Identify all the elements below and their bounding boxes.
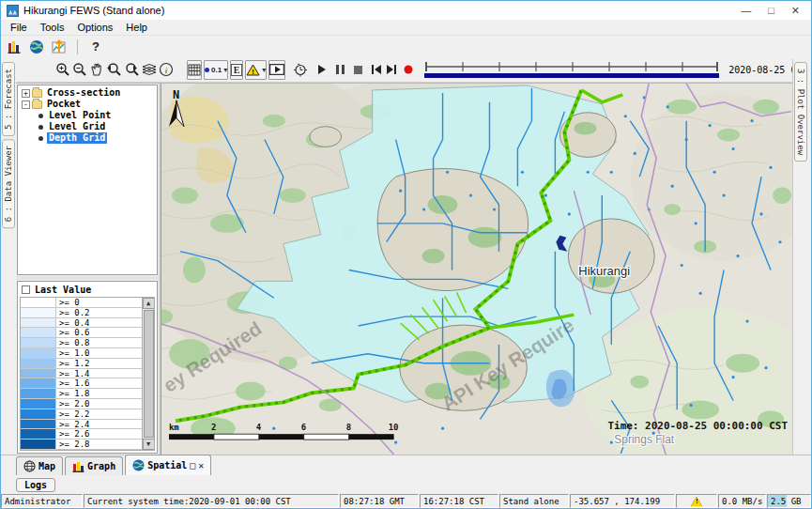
tree-item-level-point[interactable]: Level Point xyxy=(18,110,157,121)
tree-item-level-grid[interactable]: Level Grid xyxy=(18,121,157,132)
map-view[interactable]: ey Required API Key Require Hikurangi Sp… xyxy=(161,84,792,455)
right-tab-strip: 3 : Plot Overview xyxy=(792,59,811,455)
help-button[interactable]: ? xyxy=(86,39,105,55)
pause-button[interactable] xyxy=(336,60,345,80)
chevron-down-icon: ▾ xyxy=(262,66,266,74)
legend-scrollbar[interactable]: ▲ ▼ xyxy=(142,298,154,450)
svg-text:i: i xyxy=(165,66,168,75)
status-gmt-time: 08:27:18 GMT xyxy=(340,494,419,508)
zoom-out-icon[interactable] xyxy=(72,60,87,80)
last-value-label: Last Value xyxy=(35,285,91,295)
legend-swatch xyxy=(21,369,56,378)
status-bar: Administrator Current system time:2020-0… xyxy=(1,494,811,508)
tab-graph[interactable]: Graph xyxy=(65,456,123,475)
tree-item-cross-section[interactable]: + Cross-section xyxy=(18,87,157,99)
status-coordinates: -35.657 , 174.199 xyxy=(570,494,675,508)
menu-tools[interactable]: Tools xyxy=(35,21,70,34)
panel-splitter[interactable] xyxy=(16,276,159,280)
bullet-icon xyxy=(38,125,43,130)
legend-swatch xyxy=(21,429,56,439)
timer-settings-icon[interactable] xyxy=(293,60,308,80)
legend-swatch xyxy=(21,318,56,328)
app-window: Hikurangi FEWS (Stand alone) — □ ✕ File … xyxy=(0,0,812,509)
map-time-label: Time: 2020-08-25 00:00:00 CST xyxy=(607,420,788,432)
tree-item-depth-grid[interactable]: Depth Grid xyxy=(18,132,157,144)
status-warning[interactable] xyxy=(676,494,717,508)
animation-movie-button[interactable] xyxy=(268,60,285,80)
timeseries-chart-icon[interactable] xyxy=(50,39,69,55)
app-icon xyxy=(7,5,19,17)
time-slider[interactable] xyxy=(422,59,721,80)
record-button[interactable] xyxy=(404,60,413,80)
stop-button[interactable] xyxy=(354,60,362,80)
zoom-in-icon[interactable] xyxy=(55,60,70,80)
step-back-button[interactable] xyxy=(372,60,381,80)
layers-icon[interactable] xyxy=(142,60,157,80)
map-globe-icon[interactable] xyxy=(27,39,46,55)
chevron-down-icon: ▾ xyxy=(223,66,227,74)
step-forward-button[interactable] xyxy=(387,60,396,80)
tab-map[interactable]: Map xyxy=(16,456,63,475)
info-icon[interactable]: i xyxy=(159,60,174,80)
status-network: 0.0 MB/s xyxy=(718,494,766,508)
legend-row: >= 2.2 xyxy=(21,409,142,420)
menu-options[interactable]: Options xyxy=(71,21,118,34)
menu-help[interactable]: Help xyxy=(120,21,153,34)
status-system-time: Current system time:2020-09-01 00:00 CST xyxy=(84,494,339,508)
warning-icon: ! xyxy=(246,64,260,76)
svg-text:4: 4 xyxy=(256,423,261,432)
grid-value-dropdown[interactable]: 0.1 ▾ xyxy=(204,60,228,80)
status-mode: Stand alone xyxy=(499,494,569,508)
tab-data-viewer[interactable]: 6 : Data Viewer xyxy=(2,139,15,228)
scroll-down-icon[interactable]: ▼ xyxy=(143,439,155,450)
layer-tree: + Cross-section - Pocket Level Point Lev… xyxy=(17,85,158,275)
legend-swatch xyxy=(21,420,56,429)
legend-table: >= 0 >= 0.2 >= 0.4 >= 0.6 >= 0.8 >= 1.0 … xyxy=(20,297,155,451)
contour-toggle-button[interactable]: E xyxy=(230,60,243,80)
status-memory[interactable]: 2.5 GB xyxy=(767,494,811,508)
tab-restore-icon[interactable]: □ xyxy=(190,461,195,470)
menu-file[interactable]: File xyxy=(5,21,33,34)
bottom-tab-bar: Map Graph Spatial □ ✕ xyxy=(1,455,811,475)
database-icon[interactable] xyxy=(5,39,23,55)
legend-row: >= 0.6 xyxy=(21,328,142,338)
tree-item-pocket[interactable]: - Pocket xyxy=(18,99,157,110)
legend-swatch xyxy=(21,298,56,307)
thresholds-dropdown[interactable]: ! ▾ xyxy=(245,60,267,80)
close-button[interactable]: ✕ xyxy=(791,5,800,17)
legend-swatch xyxy=(21,440,56,449)
warning-icon xyxy=(691,497,702,506)
expand-icon[interactable]: + xyxy=(22,89,30,98)
map-canvas[interactable]: ey Required API Key Require Hikurangi Sp… xyxy=(161,84,792,455)
minimize-button[interactable]: — xyxy=(741,5,751,17)
legend-swatch xyxy=(21,389,56,398)
pan-hand-icon[interactable] xyxy=(89,60,104,80)
last-value-checkbox[interactable] xyxy=(22,285,30,294)
legend-swatch xyxy=(21,328,56,337)
legend-row: >= 2.0 xyxy=(21,399,142,409)
legend-row: >= 0.8 xyxy=(21,338,142,348)
tab-plot-overview[interactable]: 3 : Plot Overview xyxy=(794,62,807,162)
scroll-thumb[interactable] xyxy=(144,310,154,438)
legend-row: >= 0.2 xyxy=(21,308,142,318)
svg-text:E: E xyxy=(234,65,240,75)
title-bar: Hikurangi FEWS (Stand alone) — □ ✕ xyxy=(1,1,811,20)
collapse-icon[interactable]: - xyxy=(22,100,30,109)
scroll-up-icon[interactable]: ▲ xyxy=(143,298,155,309)
left-tab-strip: 5 : Forecast 6 : Data Viewer xyxy=(1,59,16,455)
legend-panel: Last Value >= 0 >= 0.2 >= 0.4 >= 0.6 >= … xyxy=(17,281,158,454)
menu-bar: File Tools Options Help xyxy=(1,20,811,36)
maximize-button[interactable]: □ xyxy=(768,5,774,17)
grid-toggle-icon[interactable] xyxy=(187,60,202,80)
zoom-previous-icon[interactable] xyxy=(106,60,122,80)
tab-close-icon[interactable]: ✕ xyxy=(198,461,204,470)
tab-logs[interactable]: Logs xyxy=(16,478,55,492)
tab-forecast[interactable]: 5 : Forecast xyxy=(2,62,15,136)
svg-text:km: km xyxy=(169,423,179,432)
svg-text:6: 6 xyxy=(301,423,306,432)
svg-text:N: N xyxy=(173,88,179,101)
map-toolbar: i 0.1 ▾ E ! ▾ xyxy=(1,57,811,83)
tab-spatial[interactable]: Spatial □ ✕ xyxy=(125,455,211,475)
zoom-next-icon[interactable] xyxy=(124,60,140,80)
play-button[interactable] xyxy=(317,60,327,80)
